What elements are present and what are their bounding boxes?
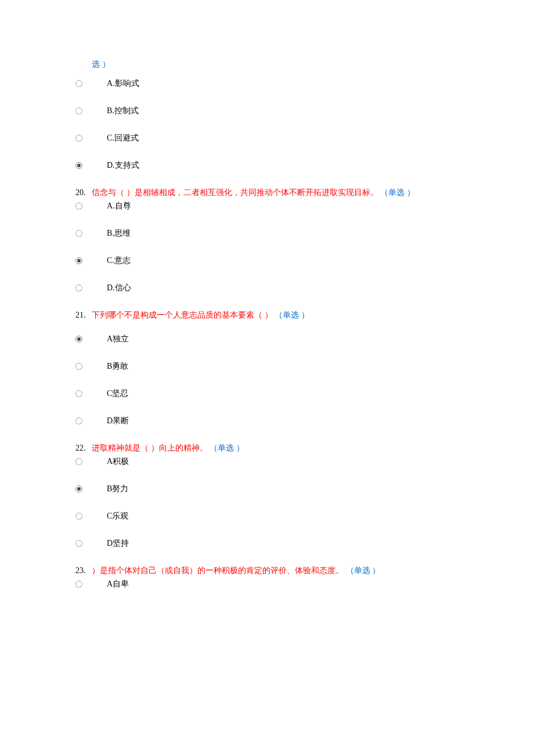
- question-header: 23. ）是指个体对自己（或自我）的一种积极的肯定的评价、体验和态度。 （单选 …: [75, 564, 459, 577]
- question-type: （单选 ）: [275, 311, 309, 319]
- question-header: 21. 下列哪个不是构成一个人意志品质的基本要素（ ） （单选 ）: [75, 309, 459, 321]
- option-text: A独立: [104, 333, 129, 345]
- option-text: A.自尊: [104, 200, 131, 212]
- question-type: （单选 ）: [380, 188, 415, 197]
- option-row: A.自尊: [75, 200, 459, 212]
- option-row: D果断: [75, 415, 459, 427]
- option-row: B勇敢: [75, 360, 459, 372]
- option-row: B.控制式: [75, 105, 459, 117]
- option-text: D坚持: [104, 537, 129, 549]
- question-text: 下列哪个不是构成一个人意志品质的基本要素（ ）: [92, 311, 273, 319]
- option-row: A积极: [75, 455, 459, 467]
- option-row: D.支持式: [75, 159, 459, 171]
- option-row: D坚持: [75, 537, 459, 549]
- radio-button[interactable]: [75, 285, 82, 291]
- radio-button[interactable]: [75, 80, 82, 87]
- question-number: 22.: [75, 442, 92, 454]
- option-text: C坚忍: [104, 387, 128, 399]
- option-text: B勇敢: [104, 360, 128, 372]
- option-row: C.意志: [75, 254, 459, 267]
- question-text: 信念与（ ）是相辅相成，二者相互强化，共同推动个体不断开拓进取实现目标。: [92, 188, 378, 197]
- option-text: C.意志: [104, 254, 131, 267]
- question-number: 20.: [75, 186, 92, 199]
- page-fragment-top: 选 ）: [92, 58, 459, 70]
- option-text: B.控制式: [104, 105, 139, 117]
- question-21: 21. 下列哪个不是构成一个人意志品质的基本要素（ ） （单选 ） A独立 B勇…: [75, 309, 459, 427]
- radio-button[interactable]: [75, 513, 82, 520]
- radio-button[interactable]: [75, 336, 82, 343]
- radio-button[interactable]: [75, 485, 82, 492]
- option-text: C.回避式: [104, 132, 139, 144]
- option-row: A自卑: [75, 578, 459, 590]
- option-text: A积极: [104, 455, 129, 467]
- question-19-options: A.影响式 B.控制式 C.回避式 D.支持式: [75, 77, 459, 171]
- option-row: A.影响式: [75, 77, 459, 89]
- radio-button[interactable]: [75, 107, 82, 114]
- question-22: 22. 进取精神就是（ ）向上的精神。 （单选 ） A积极 B努力 C乐观 D坚…: [75, 442, 459, 549]
- question-text: 进取精神就是（ ）向上的精神。: [92, 444, 208, 452]
- option-row: A独立: [75, 333, 459, 345]
- radio-button[interactable]: [75, 540, 82, 547]
- option-text: C乐观: [104, 510, 128, 522]
- option-text: A.影响式: [104, 77, 139, 89]
- radio-button[interactable]: [75, 390, 82, 397]
- radio-button[interactable]: [75, 363, 82, 370]
- question-23: 23. ）是指个体对自己（或自我）的一种积极的肯定的评价、体验和态度。 （单选 …: [75, 564, 459, 590]
- question-number: 23.: [75, 564, 92, 577]
- option-text: D果断: [104, 415, 129, 427]
- radio-button[interactable]: [75, 458, 82, 465]
- question-header: 20. 信念与（ ）是相辅相成，二者相互强化，共同推动个体不断开拓进取实现目标。…: [75, 186, 459, 199]
- option-row: B努力: [75, 483, 459, 495]
- radio-button[interactable]: [75, 162, 82, 169]
- option-row: B.思维: [75, 227, 459, 239]
- option-text: B.思维: [104, 227, 131, 239]
- option-row: C.回避式: [75, 132, 459, 144]
- question-text: ）是指个体对自己（或自我）的一种积极的肯定的评价、体验和态度。: [92, 566, 344, 575]
- radio-button[interactable]: [75, 581, 82, 588]
- question-number: 21.: [75, 309, 92, 321]
- option-row: C坚忍: [75, 387, 459, 399]
- option-row: C乐观: [75, 510, 459, 522]
- radio-button[interactable]: [75, 135, 82, 142]
- question-type: （单选 ）: [346, 566, 381, 575]
- option-text: D.信心: [104, 282, 131, 294]
- option-text: A自卑: [104, 578, 129, 590]
- radio-button[interactable]: [75, 203, 82, 210]
- question-header: 22. 进取精神就是（ ）向上的精神。 （单选 ）: [75, 442, 459, 454]
- radio-button[interactable]: [75, 257, 82, 264]
- option-row: D.信心: [75, 282, 459, 294]
- option-text: D.支持式: [104, 159, 139, 171]
- radio-button[interactable]: [75, 417, 82, 424]
- radio-button[interactable]: [75, 230, 82, 237]
- question-type: （单选 ）: [210, 444, 244, 452]
- option-text: B努力: [104, 483, 128, 495]
- question-20: 20. 信念与（ ）是相辅相成，二者相互强化，共同推动个体不断开拓进取实现目标。…: [75, 186, 459, 294]
